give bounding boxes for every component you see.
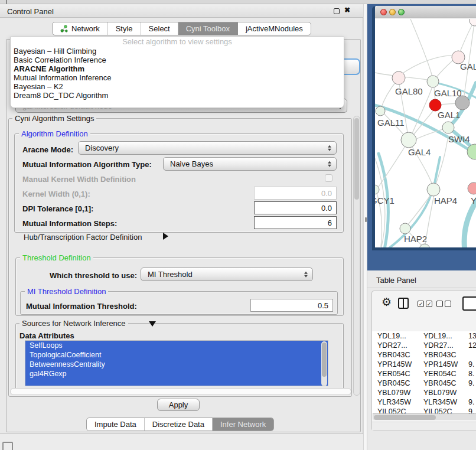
network-window-titlebar[interactable]: [375, 6, 476, 18]
dropdown-item[interactable]: Mutual Information Inference: [11, 73, 344, 82]
list-vertical-scrollbar[interactable]: [321, 341, 327, 386]
close-traffic-icon[interactable]: [380, 9, 387, 15]
dropdown-placeholder: Select algorithm to view settings: [11, 37, 344, 47]
network-canvas[interactable]: GAL GAL80 GAL10 GAL1 GAL11 SWI4 GAL4 GCY…: [375, 19, 476, 247]
checked-checkbox-icon[interactable]: ✓: [418, 301, 424, 307]
table-row[interactable]: YLR345WYLR345W9.: [372, 397, 476, 407]
node-label: GAL1: [438, 110, 460, 120]
node-salmon[interactable]: [468, 182, 476, 194]
node-label: GAL11: [377, 118, 405, 128]
cell: YBL079W: [372, 389, 423, 397]
settings-vertical-scrollbar[interactable]: [353, 116, 360, 396]
list-item[interactable]: gal4RGexp: [25, 369, 328, 379]
unchecked-checkbox-icon[interactable]: [436, 301, 443, 307]
tab-discretize-data[interactable]: Discretize Data: [145, 418, 213, 431]
float-icon[interactable]: [334, 8, 340, 14]
cell: YDL19...: [372, 332, 423, 340]
dropdown-item[interactable]: Basic Correlation Inference: [11, 56, 344, 64]
control-panel-title: Control Panel: [7, 7, 54, 16]
node-label: GCY1: [375, 195, 395, 206]
tab-select[interactable]: Select: [141, 22, 178, 35]
manual-kernel-checkbox[interactable]: [325, 174, 332, 182]
table-row[interactable]: YIL052CYIL052C9.: [372, 407, 476, 413]
minimize-traffic-icon[interactable]: [389, 9, 396, 15]
cell: 9.: [468, 407, 474, 413]
list-vertical-scrollbar-thumb[interactable]: [322, 343, 327, 377]
kernel-width-field[interactable]: 0.0: [254, 187, 337, 200]
column-layout-icon[interactable]: [398, 298, 409, 309]
settings-horizontal-scrollbar[interactable]: [10, 388, 351, 395]
node-gal80[interactable]: [392, 71, 405, 84]
list-item[interactable]: SelfLoops: [25, 341, 328, 350]
which-threshold-combo[interactable]: MI Threshold: [141, 268, 313, 281]
table-row[interactable]: YDR27...YDR27...12: [372, 341, 476, 350]
cell: 9.: [468, 379, 474, 387]
list-item[interactable]: TopologicalCoefficient: [25, 350, 328, 360]
node-label: HAP2: [404, 234, 427, 244]
node-gal10[interactable]: [427, 76, 439, 87]
mi-type-value: Naive Bayes: [170, 159, 213, 168]
cell: YBR045C: [423, 379, 468, 387]
network-labels: GAL GAL80 GAL10 GAL1 GAL11 SWI4 GAL4 GCY…: [375, 61, 476, 244]
table-row[interactable]: YBR045CYBR045C9.: [372, 379, 476, 388]
panel-splitter[interactable]: [363, 4, 367, 450]
cell: YLR345W: [372, 398, 423, 406]
new-table-icon[interactable]: [462, 296, 476, 311]
node[interactable]: [470, 19, 476, 26]
table-horizontal-scrollbar[interactable]: [373, 413, 476, 420]
tab-style[interactable]: Style: [108, 22, 141, 35]
table-body: YDL19...YDL19...13 YDR27...YDR27...12 YB…: [372, 331, 476, 413]
tab-network[interactable]: Network: [53, 22, 108, 35]
tab-cyni-toolbox[interactable]: Cyni Toolbox: [178, 22, 238, 35]
combo-stepper-icon: [328, 161, 331, 167]
gear-icon[interactable]: ⚙: [382, 296, 392, 308]
cell: YBL079W: [423, 389, 468, 397]
mi-type-combo[interactable]: Naive Bayes: [163, 157, 337, 171]
mi-steps-field[interactable]: 6: [254, 216, 337, 229]
tab-infer-network[interactable]: Infer Network: [213, 418, 273, 431]
cell: YER054C: [423, 370, 468, 378]
node-swi4[interactable]: [442, 122, 454, 133]
cell: YBR043C: [423, 351, 468, 359]
splitter-handle[interactable]: [365, 217, 367, 222]
zoom-traffic-icon[interactable]: [398, 9, 405, 15]
node-gal4[interactable]: [401, 132, 416, 148]
node-gal11[interactable]: [376, 106, 385, 116]
network-nodes[interactable]: [375, 19, 476, 247]
minimized-panel-icon[interactable]: [2, 442, 13, 450]
table-row[interactable]: YDL19...YDL19...13: [372, 331, 476, 341]
aracne-mode-combo[interactable]: Discovery: [78, 141, 337, 155]
dropdown-item-highlighted[interactable]: ARACNE Algorithm: [11, 64, 344, 73]
node-hap4[interactable]: [427, 183, 440, 196]
dropdown-item[interactable]: Bayesian – Hill Climbing: [11, 47, 344, 56]
expand-right-icon[interactable]: [163, 233, 168, 240]
dpi-tolerance-field[interactable]: 0.0: [254, 201, 337, 214]
settings-vertical-scrollbar-thumb[interactable]: [354, 118, 359, 200]
table-row[interactable]: YPR145WYPR145W9.: [372, 360, 476, 369]
unchecked-checkbox-icon[interactable]: [445, 301, 451, 307]
table-horizontal-scrollbar-thumb[interactable]: [374, 415, 436, 420]
checked-checkbox-icon[interactable]: ✓: [426, 301, 432, 307]
list-item[interactable]: BetweennessCentrality: [25, 360, 328, 369]
table-row[interactable]: YBR043CYBR043C: [372, 350, 476, 360]
settings-group-title: Cyni Algorithm Settings: [12, 115, 96, 123]
node-hap2[interactable]: [400, 223, 410, 234]
close-icon[interactable]: ✖: [344, 6, 350, 14]
cell: YER054C: [372, 370, 423, 378]
node-label: GAL80: [395, 86, 423, 96]
mi-threshold-field[interactable]: 0.5: [250, 299, 333, 312]
cell: YDR27...: [372, 341, 423, 350]
tab-label: Impute Data: [94, 420, 136, 429]
dropdown-item[interactable]: Bayesian – K2: [11, 82, 344, 91]
apply-button[interactable]: Apply: [157, 399, 200, 411]
node-gal1-selected[interactable]: [429, 99, 441, 111]
cell: YPR145W: [372, 360, 423, 369]
table-row[interactable]: YBL079WYBL079W: [372, 388, 476, 397]
collapse-down-icon[interactable]: [149, 321, 156, 327]
tab-impute-data[interactable]: Impute Data: [87, 418, 145, 431]
table-row[interactable]: YER054CYER054C8.: [372, 369, 476, 379]
dropdown-item[interactable]: Dream8 DC_TDC Algorithm: [11, 91, 344, 100]
tab-jactivemnodules[interactable]: jActiveMNodules: [238, 22, 311, 35]
cell: 13: [468, 332, 476, 340]
manual-kernel-label: Manual Kernel Width Definition: [22, 175, 136, 184]
